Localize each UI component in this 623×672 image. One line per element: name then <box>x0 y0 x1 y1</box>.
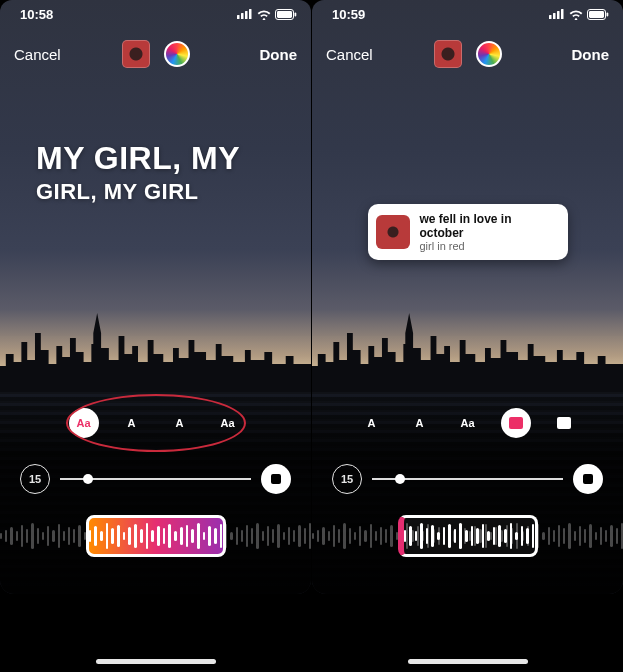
song-title: we fell in love in october <box>420 212 556 240</box>
lyric-style-4[interactable]: Aa <box>213 408 243 438</box>
svg-rect-5 <box>277 11 292 18</box>
svg-rect-8 <box>553 13 556 19</box>
song-card-sticker[interactable]: we fell in love in october girl in red <box>368 204 568 260</box>
album-art <box>376 215 410 249</box>
song-thumbnail-button[interactable] <box>434 40 462 68</box>
progress-track[interactable] <box>60 478 251 480</box>
phone-right: 10:59 Cancel Done we fell in love in oct… <box>312 0 623 672</box>
svg-rect-10 <box>561 9 564 19</box>
stop-button[interactable] <box>573 464 603 494</box>
home-indicator[interactable] <box>96 659 216 664</box>
story-canvas[interactable]: Cancel Done we fell in love in october g… <box>312 0 623 594</box>
color-picker-button[interactable] <box>476 41 502 67</box>
story-canvas[interactable]: Cancel Done MY GIRL, MY GIRL, MY GIRL Aa… <box>0 0 311 594</box>
music-controls: Aa A A Aa 15 <box>0 394 311 594</box>
topbar: Cancel Done <box>312 32 623 76</box>
cancel-button[interactable]: Cancel <box>14 46 61 63</box>
clip-window[interactable] <box>86 515 226 557</box>
svg-rect-12 <box>589 11 604 18</box>
lyric-style-5[interactable] <box>549 408 579 438</box>
duration-button[interactable]: 15 <box>332 464 362 494</box>
lyric-style-2[interactable]: A <box>117 408 147 438</box>
song-artist: girl in red <box>420 240 556 252</box>
done-button[interactable]: Done <box>572 46 610 63</box>
svg-rect-9 <box>557 11 560 19</box>
svg-rect-2 <box>245 11 248 19</box>
status-bar: 10:59 <box>312 0 623 28</box>
status-time: 10:59 <box>332 7 365 22</box>
timeline-row: 15 <box>0 464 311 494</box>
timeline-row: 15 <box>312 464 623 494</box>
phone-left: 10:58 Cancel Done MY GIRL, MY GIRL, MY G… <box>0 0 311 672</box>
audio-scrubber[interactable] <box>312 512 623 560</box>
status-icons <box>549 9 609 20</box>
clip-window[interactable] <box>398 515 538 557</box>
lyrics-line-1: MY GIRL, MY <box>36 140 240 177</box>
audio-scrubber[interactable] <box>0 512 311 560</box>
topbar: Cancel Done <box>0 32 311 76</box>
lyric-style-1[interactable]: Aa <box>69 408 99 438</box>
lyric-style-1[interactable]: A <box>357 408 387 438</box>
done-button[interactable]: Done <box>260 46 298 63</box>
progress-track[interactable] <box>372 478 563 480</box>
duration-button[interactable]: 15 <box>20 464 50 494</box>
status-time: 10:58 <box>20 7 53 22</box>
lyric-style-2[interactable]: A <box>405 408 435 438</box>
lyric-style-3[interactable]: Aa <box>453 408 483 438</box>
svg-rect-7 <box>549 15 552 19</box>
svg-rect-3 <box>249 9 252 19</box>
song-thumbnail-button[interactable] <box>122 40 150 68</box>
svg-rect-13 <box>607 12 609 16</box>
lyric-style-4[interactable] <box>501 408 531 438</box>
stop-button[interactable] <box>261 464 291 494</box>
color-picker-button[interactable] <box>164 41 190 67</box>
music-controls: A A Aa 15 <box>312 394 623 594</box>
lyric-style-3[interactable]: A <box>165 408 195 438</box>
lyrics-overlay[interactable]: MY GIRL, MY GIRL, MY GIRL <box>36 140 240 205</box>
status-icons <box>237 9 297 20</box>
status-bar: 10:58 <box>0 0 311 28</box>
svg-rect-1 <box>241 13 244 19</box>
home-indicator[interactable] <box>408 659 528 664</box>
lyric-style-row: Aa A A Aa <box>0 408 311 438</box>
lyrics-line-2: GIRL, MY GIRL <box>36 179 240 205</box>
svg-rect-6 <box>295 12 297 16</box>
svg-rect-0 <box>237 15 240 19</box>
lyric-style-row: A A Aa <box>312 408 623 438</box>
cancel-button[interactable]: Cancel <box>326 46 373 63</box>
